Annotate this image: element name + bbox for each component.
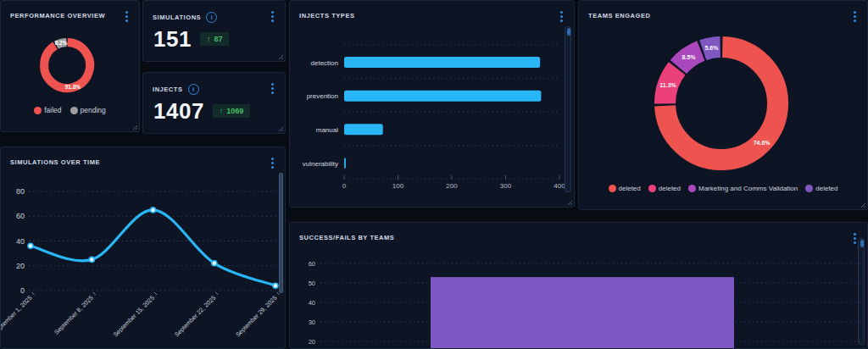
svg-text:8.5%: 8.5% [682, 54, 696, 60]
simulations-count: 151 [153, 28, 192, 50]
scrollbar-thumb[interactable] [860, 240, 864, 247]
simulations-line-chart: 020406080September 1, 2025September 8, 2… [1, 173, 286, 349]
panel-title: INJECTS TYPES [299, 12, 355, 19]
delta-value: 87 [214, 35, 222, 43]
svg-text:100: 100 [392, 182, 404, 190]
svg-text:prevention: prevention [307, 92, 338, 100]
svg-text:60: 60 [16, 212, 25, 220]
panel-injects: INJECTS i 1407 ↑1069 [142, 72, 286, 134]
panel-injects-types: INJECTS TYPES detectionpreventionmanualv… [289, 0, 575, 208]
kebab-menu-icon [125, 15, 128, 18]
legend-dot [688, 185, 696, 192]
info-icon[interactable]: i [206, 12, 217, 23]
scrollbar-track[interactable] [565, 26, 571, 192]
resize-handle[interactable] [277, 53, 283, 59]
kebab-menu-button[interactable] [849, 8, 860, 24]
svg-text:20: 20 [16, 262, 25, 270]
legend-dot [70, 107, 78, 114]
svg-text:September 29, 2025: September 29, 2025 [234, 294, 278, 338]
legend-item[interactable]: Marketing and Comms Validation [688, 185, 798, 192]
panel-success-fails-by-teams: SUCCESS/FAILS BY TEAMS 2030405060 [289, 222, 868, 349]
scrollbar-thumb[interactable] [279, 173, 283, 293]
dashboard: PERFORMANCE OVERVIEW 91.8%8.2% failedpen… [0, 0, 868, 349]
svg-text:74.6%: 74.6% [754, 140, 771, 146]
resize-handle[interactable] [131, 124, 137, 130]
resize-handle[interactable] [277, 125, 283, 131]
kebab-menu-icon [271, 15, 274, 18]
svg-text:0: 0 [342, 182, 347, 190]
svg-text:200: 200 [446, 182, 458, 190]
panel-simulations-over-time: SIMULATIONS OVER TIME 020406080September… [0, 147, 286, 349]
svg-text:11.3%: 11.3% [659, 82, 676, 88]
legend-dot [34, 107, 42, 114]
legend-item[interactable]: deleted [648, 185, 681, 192]
svg-text:8.2%: 8.2% [55, 40, 68, 46]
legend-item[interactable]: deleted [609, 185, 641, 192]
legend-label: failed [44, 106, 61, 114]
panel-teams-engaged: TEAMS ENGAGED 74.6%11.3%8.5%5.6% deleted… [578, 0, 868, 210]
svg-text:manual: manual [316, 126, 338, 134]
panel-performance-overview: PERFORMANCE OVERVIEW 91.8%8.2% failedpen… [0, 0, 140, 132]
panel-title: PERFORMANCE OVERVIEW [10, 12, 105, 19]
delta-badge: ↑1069 [213, 104, 251, 118]
svg-text:80: 80 [16, 187, 25, 196]
svg-text:detection: detection [311, 59, 338, 67]
resize-handle[interactable] [566, 199, 572, 205]
svg-text:60: 60 [309, 260, 315, 268]
injects-types-bar-chart: detectionpreventionmanualvulnerability01… [290, 1, 575, 208]
injects-count: 1407 [153, 100, 204, 122]
kebab-menu-button[interactable] [266, 155, 278, 170]
kebab-menu-button[interactable] [266, 80, 278, 96]
svg-text:September 8, 2025: September 8, 2025 [53, 294, 95, 336]
legend-item[interactable]: pending [70, 106, 106, 114]
kebab-menu-button[interactable] [266, 8, 278, 24]
legend-label: pending [81, 106, 106, 114]
legend-dot [805, 185, 813, 192]
scrollbar-track[interactable] [858, 238, 865, 345]
panel-title: INJECTS [153, 86, 183, 93]
svg-text:40: 40 [309, 299, 315, 307]
svg-text:vulnerability: vulnerability [303, 160, 338, 168]
legend-label: deleted [619, 185, 641, 192]
chart-legend: deleteddeletedMarketing and Comms Valida… [579, 185, 867, 192]
panel-title: SIMULATIONS [153, 14, 201, 21]
info-icon[interactable]: i [188, 84, 199, 95]
panel-title: TEAMS ENGAGED [588, 12, 650, 19]
svg-text:September 22, 2025: September 22, 2025 [173, 294, 217, 338]
kebab-menu-icon [560, 15, 563, 18]
up-arrow-icon: ↑ [220, 107, 224, 115]
chart-legend: failedpending [1, 106, 139, 114]
svg-text:300: 300 [500, 182, 512, 190]
kebab-menu-icon [271, 87, 274, 90]
legend-dot [609, 185, 616, 192]
svg-text:5.6%: 5.6% [704, 45, 719, 51]
kebab-menu-icon [854, 15, 856, 18]
svg-text:September 15, 2025: September 15, 2025 [111, 294, 155, 338]
resize-handle[interactable] [860, 202, 865, 208]
kebab-menu-icon [854, 237, 856, 240]
svg-text:30: 30 [309, 319, 315, 326]
kebab-menu-button[interactable] [120, 8, 132, 24]
kebab-menu-icon [271, 162, 274, 164]
legend-item[interactable]: failed [34, 106, 61, 114]
scrollbar-thumb[interactable] [567, 28, 570, 36]
svg-text:September 1, 2025: September 1, 2025 [1, 294, 33, 336]
svg-text:20: 20 [309, 338, 315, 346]
delta-value: 1069 [226, 107, 243, 115]
legend-item[interactable]: deleted [805, 185, 837, 192]
legend-label: Marketing and Comms Validation [698, 185, 798, 192]
panel-simulations: SIMULATIONS i 151 ↑87 [142, 0, 286, 62]
svg-text:40: 40 [16, 237, 25, 246]
svg-text:91.8%: 91.8% [65, 84, 81, 90]
legend-label: deleted [659, 185, 681, 192]
svg-text:50: 50 [309, 280, 315, 287]
legend-label: deleted [815, 185, 837, 192]
kebab-menu-button[interactable] [555, 8, 567, 24]
panel-title: SIMULATIONS OVER TIME [10, 158, 100, 166]
success-fails-bar-chart: 2030405060 [290, 223, 868, 349]
panel-title: SUCCESS/FAILS BY TEAMS [299, 234, 394, 241]
teams-engaged-donut-chart: 74.6%11.3%8.5%5.6% [579, 1, 868, 180]
svg-text:0: 0 [20, 286, 25, 295]
up-arrow-icon: ↑ [207, 35, 211, 43]
legend-dot [648, 185, 656, 192]
